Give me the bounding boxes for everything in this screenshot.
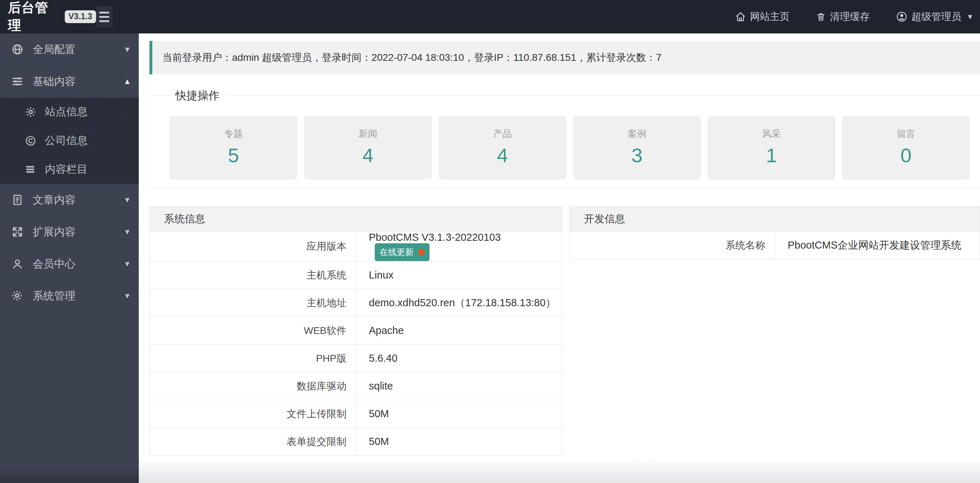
quick-card-gallery[interactable]: 风采 1 (708, 116, 835, 180)
sliders-icon (11, 75, 24, 87)
quick-card-count: 4 (304, 144, 432, 167)
main-content: 当前登录用户：admin 超级管理员，登录时间：2022-07-04 18:03… (139, 33, 980, 483)
sidebar-item-extended-content[interactable]: 扩展内容 ▼ (0, 216, 139, 248)
person-icon (11, 258, 24, 270)
chevron-down-icon: ▼ (124, 195, 131, 204)
quick-card-label: 案例 (573, 128, 701, 140)
quick-card-count: 0 (842, 144, 970, 167)
system-info-table: 系统信息 应用版本 PbootCMS V3.1.3-20220103 在线更新 … (150, 206, 562, 456)
expand-icon (11, 226, 24, 238)
quick-card-news[interactable]: 新闻 4 (304, 116, 432, 180)
sidebar-item-system-management[interactable]: 系统管理 ▼ (0, 280, 139, 312)
info-tables: 系统信息 应用版本 PbootCMS V3.1.3-20220103 在线更新 … (150, 206, 980, 456)
row-value: PbootCMS V3.1.3-20220103 在线更新 (356, 232, 562, 261)
sidebar-item-label: 文章内容 (33, 193, 75, 207)
row-label: 主机地址 (150, 289, 356, 317)
topbar-links: 网站主页 清理缓存 超级管理员 ▼ (735, 10, 980, 24)
app-title: 后台管理 (8, 0, 58, 35)
submenu-basic-content: 站点信息 公司信息 内容栏目 (0, 97, 139, 184)
sidebar: 全局配置 ▼ 基础内容 ▲ 站点信息 公司信息 (0, 33, 139, 483)
sidebar-item-label: 扩展内容 (33, 225, 75, 239)
chevron-down-icon: ▼ (124, 228, 131, 236)
row-value: demo.xdhd520.ren（172.18.158.13:80） (356, 289, 562, 317)
submenu-item-content-columns[interactable]: 内容栏目 (0, 155, 139, 184)
quick-actions-title: 快捷操作 (170, 87, 225, 104)
quick-card-cases[interactable]: 案例 3 (573, 116, 701, 180)
quick-card-label: 风采 (708, 128, 835, 140)
sidebar-item-global-config[interactable]: 全局配置 ▼ (0, 33, 139, 65)
nav-site-home-label: 网站主页 (750, 10, 790, 24)
chevron-down-icon: ▼ (124, 292, 131, 300)
row-label: 数据库驱动 (150, 372, 356, 400)
sidebar-item-label: 全局配置 (33, 42, 75, 57)
table-row: 文件上传限制 50M (150, 400, 562, 428)
sidebar-item-basic-content[interactable]: 基础内容 ▲ (0, 65, 139, 97)
user-menu[interactable]: 超级管理员 ▼ (896, 10, 974, 24)
sidebar-item-label: 基础内容 (33, 74, 75, 89)
submenu-item-label: 站点信息 (45, 105, 88, 119)
table-row: WEB软件 Apache (150, 317, 562, 345)
quick-actions-panel: 快捷操作 专题 5 新闻 4 产品 4 案例 3 (150, 95, 980, 189)
quick-card-products[interactable]: 产品 4 (438, 116, 566, 180)
sidebar-item-articles[interactable]: 文章内容 ▼ (0, 184, 139, 216)
quick-card-count: 5 (169, 144, 298, 167)
submenu-item-label: 公司信息 (45, 133, 88, 148)
row-label: 主机系统 (150, 261, 356, 289)
row-value: PbootCMS企业网站开发建设管理系统 (775, 232, 980, 259)
row-value: sqlite (356, 372, 562, 400)
table-row: 主机系统 Linux (150, 261, 562, 289)
row-label: PHP版 (150, 345, 356, 372)
row-value: Apache (356, 317, 562, 345)
submenu-item-site-info[interactable]: 站点信息 (0, 97, 139, 126)
admin-dashboard: 后台管理 V3.1.3 网站主页 清理缓存 (0, 0, 980, 483)
document-icon (11, 194, 24, 206)
table-row: 系统名称 PbootCMS企业网站开发建设管理系统 (570, 232, 980, 259)
dev-info-title: 开发信息 (570, 207, 980, 232)
copyright-icon (25, 135, 36, 146)
row-label: 文件上传限制 (150, 400, 356, 428)
app-version-value: PbootCMS V3.1.3-20220103 (369, 232, 501, 243)
hamburger-icon (99, 12, 109, 14)
sidebar-item-member-center[interactable]: 会员中心 ▼ (0, 248, 139, 280)
dev-info-table: 开发信息 系统名称 PbootCMS企业网站开发建设管理系统 (570, 206, 980, 259)
user-circle-icon (896, 11, 907, 22)
quick-card-messages[interactable]: 留言 0 (842, 116, 970, 180)
row-label: 系统名称 (570, 232, 775, 259)
home-icon (735, 11, 746, 22)
menu-toggle-button[interactable] (96, 6, 113, 27)
list-icon (25, 164, 36, 175)
row-value: Linux (356, 261, 562, 289)
chevron-down-icon: ▼ (124, 45, 131, 54)
table-row: 主机地址 demo.xdhd520.ren（172.18.158.13:80） (150, 289, 562, 317)
quick-card-topics[interactable]: 专题 5 (169, 116, 298, 180)
submenu-item-company-info[interactable]: 公司信息 (0, 126, 139, 155)
quick-card-label: 新闻 (304, 128, 432, 140)
nav-clear-cache[interactable]: 清理缓存 (816, 10, 870, 24)
row-label: 应用版本 (150, 232, 356, 261)
online-update-label: 在线更新 (380, 246, 414, 258)
quick-card-label: 产品 (438, 128, 566, 140)
nav-site-home[interactable]: 网站主页 (735, 10, 790, 24)
submenu-item-label: 内容栏目 (45, 162, 88, 177)
row-value: 5.6.40 (356, 345, 562, 372)
row-label: 表单提交限制 (150, 428, 356, 456)
gear-icon (11, 290, 24, 302)
trash-icon (816, 12, 826, 22)
table-header: 开发信息 (570, 207, 980, 232)
version-badge: V3.1.3 (65, 10, 96, 23)
online-update-button[interactable]: 在线更新 (375, 243, 430, 261)
quick-actions-cards: 专题 5 新闻 4 产品 4 案例 3 风采 1 (150, 96, 980, 188)
row-value: 50M (356, 428, 562, 456)
chevron-up-icon: ▲ (124, 77, 131, 86)
chevron-down-icon: ▼ (966, 13, 974, 20)
quick-card-count: 4 (438, 144, 566, 167)
table-row: 应用版本 PbootCMS V3.1.3-20220103 在线更新 (150, 232, 562, 261)
app-logo: 后台管理 V3.1.3 (0, 0, 96, 35)
system-info-title: 系统信息 (150, 207, 562, 232)
table-row: PHP版 5.6.40 (150, 345, 562, 372)
quick-card-label: 专题 (169, 128, 298, 140)
quick-card-count: 3 (573, 144, 701, 167)
table-header: 系统信息 (150, 207, 562, 232)
sidebar-item-label: 会员中心 (33, 257, 75, 272)
user-menu-label: 超级管理员 (911, 10, 961, 24)
